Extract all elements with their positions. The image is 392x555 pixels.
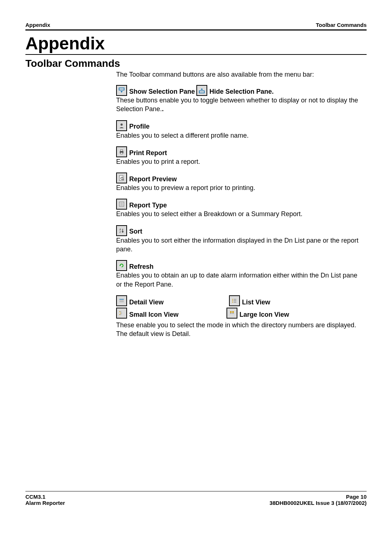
sort-desc: Enables you to sort either the informati… bbox=[116, 236, 363, 254]
svg-marker-19 bbox=[119, 265, 121, 266]
show-pane-label: Show Selection Pane bbox=[129, 87, 195, 96]
svg-rect-29 bbox=[119, 311, 120, 312]
svg-rect-2 bbox=[199, 91, 204, 93]
report-preview-label: Report Preview bbox=[129, 175, 177, 183]
header-left: Appendix bbox=[25, 22, 50, 28]
content-body: The Toolbar command buttons are also ava… bbox=[116, 71, 367, 339]
item-report-type: Report Type Enables you to select either… bbox=[116, 199, 363, 218]
detail-view-label: Detail View bbox=[129, 299, 164, 306]
footer-right-bottom: 38DHB0002UKEL Issue 3 (18/07/2002) bbox=[270, 500, 367, 506]
profile-desc: Enables you to select a different profil… bbox=[116, 131, 363, 140]
section-subtitle: Toolbar Commands bbox=[25, 58, 367, 69]
sort-label: Sort bbox=[129, 227, 142, 236]
item-refresh: Refresh Enables you to obtain an up to d… bbox=[116, 260, 363, 289]
hide-pane-label: Hide Selection Pane. bbox=[209, 87, 274, 96]
page-header: Appendix Toolbar Commands bbox=[25, 22, 367, 29]
view-small-icon: Small Icon View bbox=[116, 308, 179, 319]
views-desc: These enable you to select the mode in w… bbox=[116, 321, 363, 339]
header-right: Toolbar Commands bbox=[316, 22, 367, 28]
report-type-desc: Enables you to select either a Breakdown… bbox=[116, 210, 363, 218]
svg-rect-0 bbox=[119, 88, 124, 90]
page-title: Appendix bbox=[25, 33, 367, 53]
svg-marker-18 bbox=[122, 231, 124, 233]
intro-text: The Toolbar command buttons are also ava… bbox=[116, 71, 363, 78]
list-view-label: List View bbox=[242, 299, 270, 306]
title-rule bbox=[25, 54, 367, 55]
svg-text:Z: Z bbox=[119, 231, 121, 233]
svg-rect-23 bbox=[232, 299, 233, 300]
svg-rect-7 bbox=[121, 153, 123, 154]
report-type-icon bbox=[116, 199, 127, 210]
profile-icon bbox=[116, 120, 127, 131]
svg-rect-27 bbox=[232, 302, 233, 303]
svg-rect-35 bbox=[230, 311, 232, 313]
small-icon-view-icon bbox=[116, 308, 127, 319]
sort-icon: AZ bbox=[116, 225, 127, 236]
hide-pane-icon bbox=[196, 85, 207, 96]
selection-pane-desc: These buttons enable you to toggle betwe… bbox=[116, 97, 358, 113]
views-row-1: Detail View List View bbox=[116, 295, 363, 306]
selection-pane-trailing: . bbox=[162, 105, 164, 113]
large-icon-view-icon bbox=[226, 308, 237, 319]
footer-left-bottom: Alarm Reporter bbox=[25, 500, 65, 506]
svg-rect-25 bbox=[232, 300, 233, 301]
item-sort: AZ Sort Enables you to sort either the i… bbox=[116, 225, 363, 254]
print-icon bbox=[116, 146, 127, 157]
svg-rect-31 bbox=[120, 313, 121, 313]
header-rule bbox=[25, 29, 367, 31]
svg-rect-6 bbox=[121, 150, 123, 151]
views-row-2: Small Icon View Large Icon View bbox=[116, 308, 363, 319]
show-pane-icon bbox=[116, 85, 127, 96]
report-preview-desc: Enables you to preview a report prior to… bbox=[116, 183, 363, 192]
svg-marker-3 bbox=[201, 88, 203, 90]
item-profile: Profile Enables you to select a differen… bbox=[116, 120, 363, 140]
footer-left-top: CCM3.1 bbox=[25, 494, 45, 500]
svg-marker-1 bbox=[121, 91, 123, 93]
svg-rect-37 bbox=[232, 311, 234, 313]
small-icon-view-label: Small Icon View bbox=[129, 311, 179, 319]
item-print-report: Print Report Enables you to print a repo… bbox=[116, 146, 363, 166]
detail-view-icon bbox=[116, 295, 127, 306]
footer-right-top: Page 10 bbox=[346, 494, 367, 500]
svg-point-4 bbox=[121, 123, 123, 126]
list-view-icon bbox=[229, 295, 240, 306]
profile-label: Profile bbox=[129, 122, 150, 131]
refresh-desc: Enables you to obtain an up to date alar… bbox=[116, 271, 363, 289]
page-footer: CCM3.1 Page 10 Alarm Reporter 38DHB0002U… bbox=[25, 491, 367, 506]
view-large-icon: Large Icon View bbox=[226, 308, 289, 319]
view-list: List View bbox=[229, 295, 270, 306]
svg-text:A: A bbox=[119, 228, 121, 231]
item-report-preview: Report Preview Enables you to preview a … bbox=[116, 173, 363, 192]
large-icon-view-label: Large Icon View bbox=[240, 311, 289, 319]
refresh-label: Refresh bbox=[129, 262, 154, 271]
print-report-desc: Enables you to print a report. bbox=[116, 157, 363, 166]
view-detail: Detail View bbox=[116, 295, 164, 306]
report-type-label: Report Type bbox=[129, 201, 167, 210]
svg-rect-33 bbox=[119, 314, 120, 315]
svg-rect-8 bbox=[119, 175, 123, 181]
preview-icon bbox=[116, 173, 127, 183]
refresh-icon bbox=[116, 260, 127, 271]
print-report-label: Print Report bbox=[129, 149, 167, 157]
item-selection-pane: Show Selection Pane Hide Selection Pane.… bbox=[116, 85, 363, 114]
